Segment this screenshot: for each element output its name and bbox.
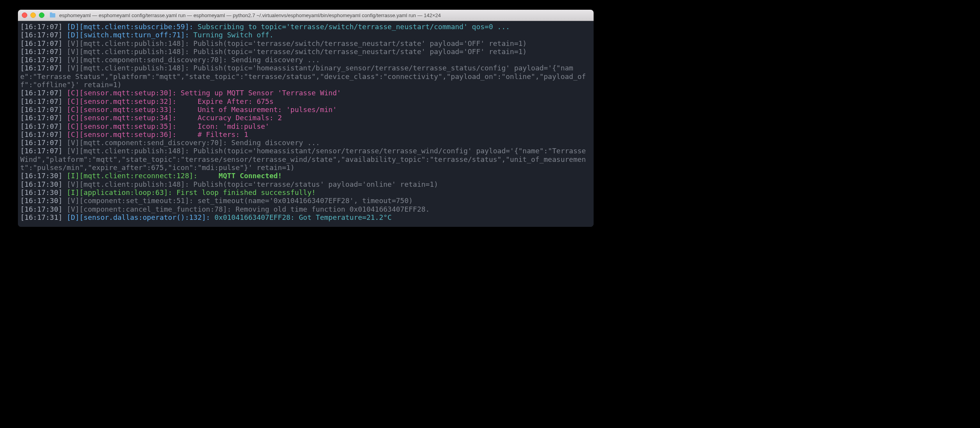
log-tag: [V][mqtt.client:publish:148]: — [67, 47, 189, 56]
log-tag: [D][sensor.dallas:operator():132]: — [67, 213, 210, 221]
log-tag: [V][mqtt.client:publish:148]: — [67, 180, 189, 188]
log-line: [16:17:07] [V][mqtt.client:publish:148]:… — [20, 39, 591, 47]
log-timestamp: [16:17:07] — [20, 114, 62, 122]
log-message: Sending discovery ... — [227, 56, 320, 64]
log-message: Turning Switch off. — [189, 31, 274, 39]
log-tag: [C][sensor.mqtt:setup:35]: — [67, 122, 176, 130]
log-timestamp: [16:17:31] — [20, 213, 62, 221]
log-line: [16:17:07] [C][sensor.mqtt:setup:36]: # … — [20, 130, 591, 139]
log-timestamp: [16:17:07] — [20, 47, 62, 56]
log-line: [16:17:07] [V][mqtt.client:publish:148]:… — [20, 64, 591, 89]
log-tag: [V][component:set_timeout:51]: — [67, 196, 193, 205]
log-tag: [C][sensor.mqtt:setup:34]: — [67, 114, 176, 122]
log-timestamp: [16:17:07] — [20, 23, 62, 31]
log-message: Removing old time function 0x01041663407… — [231, 205, 430, 213]
log-message: # Filters: 1 — [176, 130, 248, 139]
log-timestamp: [16:17:30] — [20, 172, 62, 180]
log-timestamp: [16:17:07] — [20, 39, 62, 47]
log-timestamp: [16:17:07] — [20, 147, 62, 155]
log-message: Expire After: 675s — [176, 97, 273, 105]
log-message: Publish(topic='terrasse/switch/terrasse_… — [189, 47, 527, 56]
log-line: [16:17:30] [I][application:loop:63]: Fir… — [20, 188, 591, 196]
log-message: 0x01041663407EFF28: Got Temperature=21.2… — [210, 213, 392, 221]
log-timestamp: [16:17:07] — [20, 122, 62, 130]
terminal-window: esphomeyaml — esphomeyaml config/terrass… — [18, 10, 594, 227]
log-tag: [V][mqtt.component:send_discovery:70]: — [67, 56, 227, 64]
log-timestamp: [16:17:07] — [20, 97, 62, 105]
log-tag: [C][sensor.mqtt:setup:36]: — [67, 130, 176, 139]
log-line: [16:17:07] [V][mqtt.client:publish:148]:… — [20, 147, 591, 172]
log-tag: [C][sensor.mqtt:setup:32]: — [67, 97, 176, 105]
log-line: [16:17:07] [D][mqtt.client:subscribe:59]… — [20, 23, 591, 31]
log-timestamp: [16:17:07] — [20, 139, 62, 147]
log-timestamp: [16:17:30] — [20, 205, 62, 213]
log-line: [16:17:07] [D][switch.mqtt:turn_off:71]:… — [20, 31, 591, 39]
window-maximize-button[interactable] — [39, 12, 44, 18]
log-message: Subscribing to topic='terrasse/switch/te… — [193, 23, 510, 31]
log-line: [16:17:07] [C][sensor.mqtt:setup:32]: Ex… — [20, 97, 591, 105]
terminal-output[interactable]: [16:17:07] [D][mqtt.client:subscribe:59]… — [18, 21, 594, 227]
window-title: esphomeyaml — esphomeyaml config/terrass… — [59, 12, 441, 18]
window-close-button[interactable] — [22, 12, 27, 18]
log-tag: [C][sensor.mqtt:setup:30]: — [67, 89, 176, 97]
folder-icon — [50, 13, 55, 18]
log-timestamp: [16:17:07] — [20, 64, 62, 72]
log-line: [16:17:30] [V][component:set_timeout:51]… — [20, 196, 591, 205]
log-tag: [D][mqtt.client:subscribe:59]: — [67, 23, 193, 31]
log-message: Setting up MQTT Sensor 'Terrasse Wind' — [176, 89, 341, 97]
log-line: [16:17:30] [V][mqtt.client:publish:148]:… — [20, 180, 591, 188]
log-message: Icon: 'mdi:pulse' — [176, 122, 269, 130]
log-line: [16:17:31] [D][sensor.dallas:operator():… — [20, 213, 591, 221]
log-timestamp: [16:17:30] — [20, 188, 62, 196]
log-tag: [V][mqtt.component:send_discovery:70]: — [67, 139, 227, 147]
log-message: Publish(topic='terrasse/switch/terrasse_… — [189, 39, 527, 47]
log-line: [16:17:07] [V][mqtt.client:publish:148]:… — [20, 47, 591, 56]
log-timestamp: [16:17:07] — [20, 31, 62, 39]
log-tag: [I][application:loop:63]: — [67, 188, 172, 196]
log-line: [16:17:07] [V][mqtt.component:send_disco… — [20, 56, 591, 64]
titlebar: esphomeyaml — esphomeyaml config/terrass… — [18, 10, 594, 21]
window-minimize-button[interactable] — [30, 12, 36, 18]
log-line: [16:17:07] [C][sensor.mqtt:setup:34]: Ac… — [20, 114, 591, 122]
log-message: set_timeout(name='0x01041663407EFF28', t… — [193, 196, 413, 205]
log-message: Sending discovery ... — [227, 139, 320, 147]
log-message: Unit of Measurement: 'pulses/min' — [176, 105, 337, 114]
log-tag: [C][sensor.mqtt:setup:33]: — [67, 105, 176, 114]
log-timestamp: [16:17:07] — [20, 89, 62, 97]
log-line: [16:17:07] [C][sensor.mqtt:setup:33]: Un… — [20, 105, 591, 114]
log-line: [16:17:07] [C][sensor.mqtt:setup:35]: Ic… — [20, 122, 591, 130]
log-timestamp: [16:17:07] — [20, 105, 62, 114]
log-message: Publish(topic='terrasse/status' payload=… — [189, 180, 438, 188]
log-tag: [V][component:cancel_time_function:78]: — [67, 205, 231, 213]
log-timestamp: [16:17:07] — [20, 130, 62, 139]
log-line: [16:17:30] [I][mqtt.client:reconnect:128… — [20, 172, 591, 180]
log-tag: [D][switch.mqtt:turn_off:71]: — [67, 31, 189, 39]
log-tag: [I][mqtt.client:reconnect:128]: — [67, 172, 197, 180]
log-message: First loop finished successfully! — [172, 188, 316, 196]
log-tag: [V][mqtt.client:publish:148]: — [67, 39, 189, 47]
log-timestamp: [16:17:07] — [20, 56, 62, 64]
log-timestamp: [16:17:30] — [20, 196, 62, 205]
log-timestamp: [16:17:30] — [20, 180, 62, 188]
log-tag: [V][mqtt.client:publish:148]: — [67, 147, 189, 155]
log-tag: [V][mqtt.client:publish:148]: — [67, 64, 189, 72]
log-message: Accuracy Decimals: 2 — [176, 114, 282, 122]
log-message: MQTT Connected! — [197, 172, 282, 180]
log-line: [16:17:30] [V][component:cancel_time_fun… — [20, 205, 591, 213]
log-line: [16:17:07] [C][sensor.mqtt:setup:30]: Se… — [20, 89, 591, 97]
log-line: [16:17:07] [V][mqtt.component:send_disco… — [20, 139, 591, 147]
